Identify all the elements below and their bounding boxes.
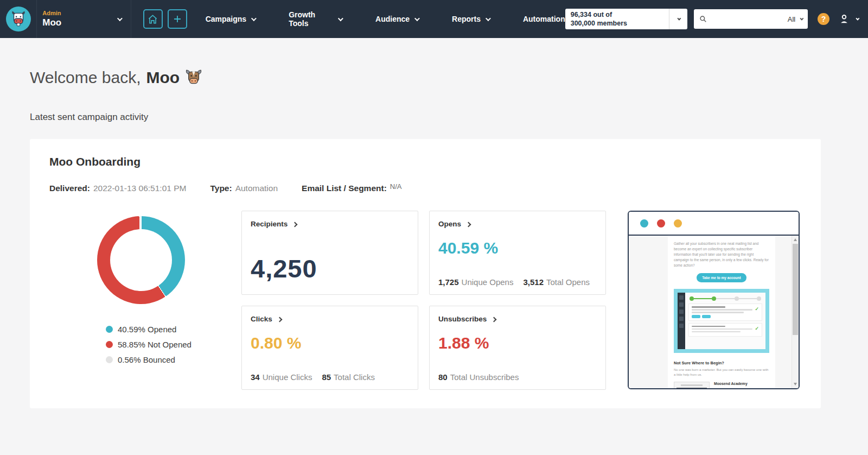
campaign-title: Moo Onboarding xyxy=(49,155,801,168)
preview-begin-heading: Not Sure Where to Begin? xyxy=(674,361,769,365)
preview-paragraph: Gather all your subscribers in one neat … xyxy=(674,241,769,268)
scrollbar-thumb[interactable] xyxy=(793,244,798,335)
search-scope-label: All xyxy=(788,15,795,23)
preview-progress-steps xyxy=(690,296,761,301)
recipients-card: Recipients 4,250 xyxy=(241,211,418,295)
menu-automation[interactable]: Automation xyxy=(523,15,565,23)
delivered-value: 2022-01-13 06:51:01 PM xyxy=(93,184,186,193)
search-icon xyxy=(699,15,707,23)
recipients-value: 4,250 xyxy=(251,254,409,287)
opens-card: Opens 40.59 % 1,725Unique Opens 3,512Tot… xyxy=(429,211,606,295)
legend-item-opened: 40.59% Opened xyxy=(106,325,241,334)
create-new-button[interactable] xyxy=(168,9,187,29)
recipients-link[interactable]: Recipients xyxy=(251,220,409,228)
check-icon: ✓ xyxy=(755,306,759,318)
moosend-logo[interactable] xyxy=(6,7,31,31)
clicks-rate-value: 0.80 % xyxy=(251,334,409,352)
chevron-down-icon xyxy=(414,16,420,21)
preview-academy-heading: Moosend Academy xyxy=(714,382,769,386)
preview-begin-text: No one was born a marketer. But you can … xyxy=(674,368,769,377)
question-mark-icon: ? xyxy=(821,15,826,23)
scroll-up-icon xyxy=(794,238,797,241)
preview-cta-button: Take me to my account xyxy=(697,273,746,282)
type-value: Automation xyxy=(235,184,278,193)
scroll-down-icon xyxy=(794,383,797,386)
section-title: Latest sent campaign activity xyxy=(30,112,821,123)
unsubscribes-rate-value: 1.88 % xyxy=(438,334,597,352)
menu-campaigns[interactable]: Campaigns xyxy=(206,15,255,23)
members-count-line2: 300,000 members xyxy=(571,20,669,28)
main-menu: Campaigns Growth Tools Audience Reports … xyxy=(206,10,565,28)
menu-reports[interactable]: Reports xyxy=(452,15,489,23)
admin-label: Admin xyxy=(42,9,61,17)
search-input[interactable] xyxy=(710,15,788,23)
chevron-down-icon xyxy=(486,16,491,21)
page-title: Welcome back, Moo xyxy=(30,68,821,87)
clicks-link[interactable]: Clicks xyxy=(251,315,409,323)
global-search: All xyxy=(694,9,808,29)
account-switcher[interactable]: Admin Moo xyxy=(36,0,131,38)
cow-face-emoji-icon xyxy=(185,69,202,86)
unsubscribes-card: Unsubscribes 1.88 % 80Total Unsubscribes xyxy=(429,306,606,390)
type-label: Type: xyxy=(210,184,232,193)
chevron-down-icon xyxy=(338,16,343,21)
legend-item-bounced: 0.56% Bounced xyxy=(106,355,241,364)
chevron-down-icon xyxy=(117,16,123,21)
preview-video-thumbnail xyxy=(674,382,710,388)
chevron-right-icon xyxy=(466,222,471,228)
total-opens: 3,512Total Opens xyxy=(523,277,590,287)
preview-content: Gather all your subscribers in one neat … xyxy=(629,236,799,388)
total-clicks: 85Total Clicks xyxy=(322,372,375,382)
preview-browser-bar xyxy=(629,212,799,236)
campaign-email-preview[interactable]: Gather all your subscribers in one neat … xyxy=(628,211,800,389)
members-count-line1: 96,334 out of xyxy=(571,11,669,20)
opens-rate-value: 40.59 % xyxy=(438,239,597,257)
members-dropdown-caret[interactable] xyxy=(669,9,687,29)
opens-link[interactable]: Opens xyxy=(438,220,597,228)
total-unsubscribes: 80Total Unsubscribes xyxy=(438,372,519,382)
profile-menu[interactable] xyxy=(838,13,858,25)
browser-dot-yellow-icon xyxy=(674,219,682,228)
browser-dot-teal-icon xyxy=(640,219,648,228)
chevron-right-icon xyxy=(292,222,298,228)
campaign-meta: Delivered:2022-01-13 06:51:01 PM Type:Au… xyxy=(49,184,801,193)
unique-opens: 1,725Unique Opens xyxy=(438,277,513,287)
donut-chart xyxy=(97,216,185,304)
email-list-segment-value: N/A xyxy=(390,182,402,191)
open-breakdown-chart: 40.59% Opened 58.85% Not Opened 0.56% Bo… xyxy=(49,211,241,390)
preview-app-screenshot: ✓ ✓ xyxy=(674,289,769,353)
chevron-right-icon xyxy=(277,317,282,323)
plus-icon xyxy=(173,14,182,24)
chevron-down-icon xyxy=(678,16,681,20)
menu-audience[interactable]: Audience xyxy=(375,15,418,23)
help-button[interactable]: ? xyxy=(818,13,829,25)
email-list-segment-label: Email List / Segment: xyxy=(302,184,387,193)
home-button[interactable] xyxy=(143,9,163,29)
members-quota-dropdown[interactable]: 96,334 out of 300,000 members xyxy=(565,9,688,29)
user-icon xyxy=(838,13,850,25)
preview-sidebar xyxy=(678,293,685,349)
search-scope-dropdown[interactable] xyxy=(800,16,804,20)
home-icon xyxy=(148,14,158,24)
preview-task-row: ✓ xyxy=(688,304,762,321)
top-navbar: Admin Moo Campaigns xyxy=(0,0,868,38)
chevron-down-icon xyxy=(251,16,257,21)
legend-item-not-opened: 58.85% Not Opened xyxy=(106,340,241,349)
legend-dot-opened xyxy=(106,326,113,333)
cow-logo-icon xyxy=(9,10,28,28)
legend-dot-not-opened xyxy=(106,341,113,348)
welcome-user-name: Moo xyxy=(146,68,180,87)
browser-dot-red-icon xyxy=(657,219,665,228)
unique-clicks: 34Unique Clicks xyxy=(251,372,312,382)
check-icon: ✓ xyxy=(755,326,759,334)
stats-grid: Recipients 4,250 Opens 40.59 % 1,725Uniq… xyxy=(241,211,606,390)
chart-legend: 40.59% Opened 58.85% Not Opened 0.56% Bo… xyxy=(106,325,241,364)
account-name: Moo xyxy=(42,17,61,29)
menu-growth-tools[interactable]: Growth Tools xyxy=(289,10,342,28)
clicks-card: Clicks 0.80 % 34Unique Clicks 85Total Cl… xyxy=(241,306,418,390)
preview-scrollbar[interactable] xyxy=(792,236,799,388)
chevron-down-icon xyxy=(856,16,859,20)
preview-task-row: ✓ xyxy=(688,323,762,337)
delivered-label: Delivered: xyxy=(49,184,90,193)
unsubscribes-link[interactable]: Unsubscribes xyxy=(438,315,597,323)
